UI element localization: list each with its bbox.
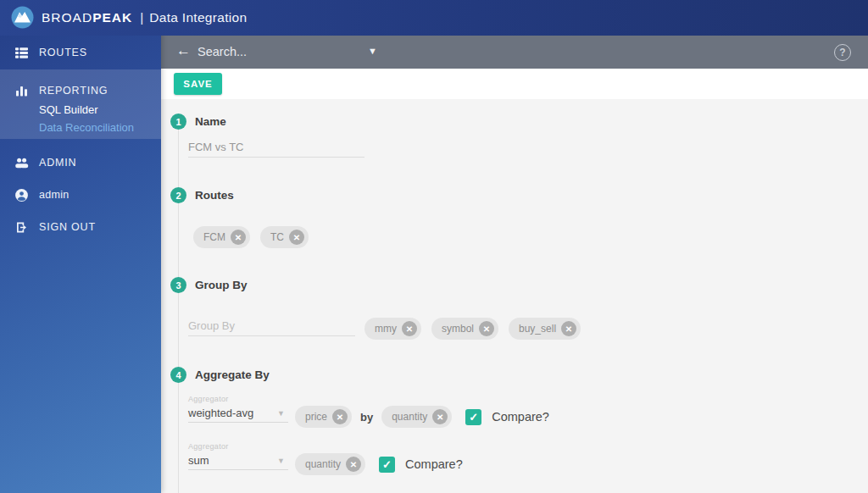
select-caret-icon: ▼ [277,409,285,418]
aggregator-mini-label: Aggregator [188,395,229,403]
aggregator-select-value: sum [188,454,209,467]
sidebar-item-admin[interactable]: ADMIN [0,148,161,177]
stepper-line [178,129,179,493]
remove-chip-icon[interactable]: ✕ [561,321,576,336]
sidebar: ROUTES REPORTING SQL Builder Data Reconc… [0,0,161,493]
search-toolbar: ← Search... ▼ ? [161,36,868,69]
group-by-chip[interactable]: buy_sell ✕ [509,318,581,340]
help-icon: ? [839,47,845,58]
back-arrow-icon[interactable]: ← [176,42,191,59]
app-title: Data Integration [149,10,247,25]
aggregator-select-value: weighted-avg [188,407,253,419]
remove-chip-icon[interactable]: ✕ [402,321,417,336]
group-by-chip-row: mmy ✕ symbol ✕ buy_sell ✕ [364,318,581,340]
brand-regular: BROAD [42,10,92,25]
brand-divider: | [140,10,143,25]
aggregator-mini-label: Aggregator [188,442,229,451]
help-button[interactable]: ? [834,44,851,61]
sidebar-item-label: ADMIN [39,157,76,169]
step-3-label: Group By [195,279,248,291]
step-4-label: Aggregate By [195,368,270,381]
action-bar: SAVE [161,69,868,99]
list-icon [14,46,29,60]
sidebar-item-sign-out[interactable]: SIGN OUT [0,213,161,241]
reconciliation-form: 1 Name 2 Routes FCM ✕ TC ✕ 3 Group By mm… [161,99,868,493]
brand-bold: PEAK [92,10,132,25]
remove-chip-icon[interactable]: ✕ [289,230,304,245]
remove-chip-icon[interactable]: ✕ [479,321,494,336]
compare-checkbox[interactable]: ✓ [379,457,395,473]
brand: BROADPEAK|Data Integration [42,10,247,25]
step-2-label: Routes [195,189,234,202]
chip-label: quantity [392,411,427,423]
sidebar-item-data-reconciliation[interactable]: Data Reconciliation [39,121,134,134]
chip-label: buy_sell [519,323,556,335]
save-button[interactable]: SAVE [174,73,222,95]
search-dropdown-caret-icon[interactable]: ▼ [368,46,377,56]
group-by-chip[interactable]: mmy ✕ [364,318,421,340]
route-chip[interactable]: FCM ✕ [193,226,250,248]
chip-label: symbol [442,323,474,335]
select-caret-icon: ▼ [277,457,285,465]
group-by-chip[interactable]: symbol ✕ [431,318,498,340]
remove-chip-icon[interactable]: ✕ [432,409,448,424]
by-joiner-label: by [360,411,373,424]
step-4-badge: 4 [170,367,186,383]
chip-label: TC [270,231,284,243]
chip-label: quantity [305,458,341,470]
step-2-badge: 2 [170,187,186,203]
compare-label: Compare? [405,457,463,471]
aggregate-field-chip[interactable]: price ✕ [295,406,352,428]
sign-out-icon [14,220,29,235]
routes-chip-row: FCM ✕ TC ✕ [193,226,309,248]
sidebar-item-label: ROUTES [39,47,87,58]
sidebar-item-reporting[interactable]: REPORTING [0,76,161,105]
compare-label: Compare? [492,410,549,424]
step-3-badge: 3 [170,277,186,293]
step-1-badge: 1 [170,114,186,130]
chip-label: price [305,411,327,423]
remove-chip-icon[interactable]: ✕ [231,230,246,245]
remove-chip-icon[interactable]: ✕ [332,409,348,424]
sidebar-item-user[interactable]: admin [0,180,161,209]
route-chip[interactable]: TC ✕ [260,226,309,248]
sidebar-item-sql-builder[interactable]: SQL Builder [39,103,98,116]
aggregate-field-chip[interactable]: quantity ✕ [295,453,365,475]
name-input[interactable] [188,137,364,158]
sidebar-item-label: admin [39,189,70,201]
app-window: ROUTES REPORTING SQL Builder Data Reconc… [0,0,868,493]
chip-label: mmy [375,323,397,335]
aggregation-row: price ✕ by quantity ✕ ✓ Compare? [295,406,549,428]
sidebar-item-label: SIGN OUT [39,221,96,233]
search-input[interactable]: Search... [198,45,247,58]
people-icon [14,156,29,170]
aggregation-row: quantity ✕ ✓ Compare? [295,453,463,475]
aggregate-field-chip[interactable]: quantity ✕ [381,406,452,428]
chip-label: FCM [203,231,225,243]
compare-checkbox[interactable]: ✓ [465,409,481,425]
sidebar-item-routes[interactable]: ROUTES [0,38,161,67]
aggregator-select[interactable]: sum ▼ [188,451,288,470]
group-by-input[interactable] [188,316,355,336]
sidebar-item-label: REPORTING [39,85,108,97]
step-1-label: Name [195,115,226,128]
broadpeak-logo [11,6,34,29]
app-header: BROADPEAK|Data Integration [0,0,868,36]
reporting-section: REPORTING SQL Builder Data Reconciliatio… [0,69,161,139]
remove-chip-icon[interactable]: ✕ [346,457,361,472]
account-circle-icon [14,188,29,202]
bar-chart-icon [14,84,29,98]
aggregator-select[interactable]: weighted-avg ▼ [188,404,288,423]
